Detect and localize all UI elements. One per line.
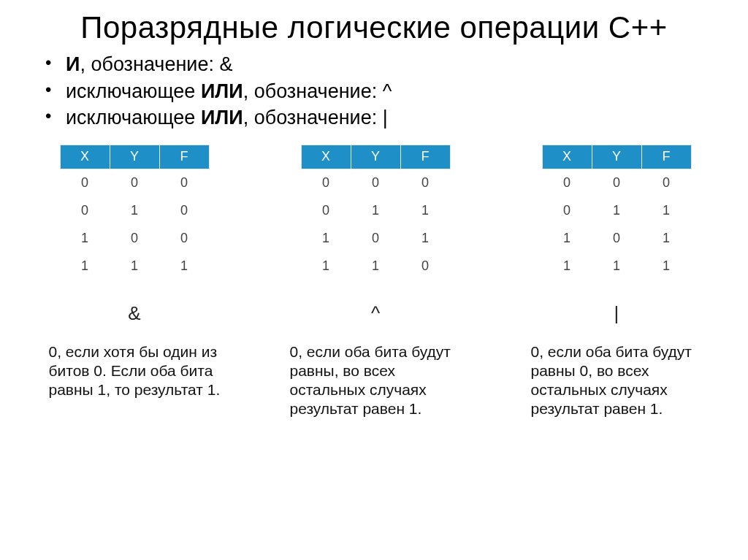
- th: F: [641, 145, 691, 169]
- slide: Поразрядные логические операции С++ И, о…: [0, 0, 748, 560]
- bullet-strong: И: [66, 53, 80, 75]
- table-row: 111: [542, 253, 691, 280]
- table-row: 101: [301, 225, 450, 253]
- col-and: X Y F 000 010 100 111 & 0, если хотя бы …: [32, 145, 237, 419]
- slide-title: Поразрядные логические операции С++: [0, 0, 748, 45]
- th: F: [159, 145, 209, 169]
- desc-or: 0, если оба бита будут равны 0, во всех …: [531, 342, 703, 419]
- th: Y: [110, 145, 159, 169]
- bullet-rest: , обозначение: &: [80, 53, 232, 75]
- tables-row: X Y F 000 010 100 111 & 0, если хотя бы …: [0, 145, 748, 419]
- desc-xor: 0, если оба бита будут равны, во всех ос…: [290, 342, 462, 419]
- operator-label-xor: ^: [371, 302, 380, 325]
- bullet-list: И, обозначение: & исключающее ИЛИ, обозн…: [41, 51, 748, 131]
- bullet-strong: ИЛИ: [201, 107, 243, 129]
- bullet-item: И, обозначение: &: [41, 51, 748, 77]
- operator-label-and: &: [128, 302, 140, 325]
- bullet-item: исключающее ИЛИ, обозначение: |: [41, 104, 748, 131]
- table-row: 000: [60, 169, 209, 197]
- table-header-row: X Y F: [60, 145, 209, 169]
- table-row: 000: [301, 169, 450, 197]
- table-row: 110: [301, 253, 450, 280]
- table-row: 011: [301, 197, 450, 225]
- table-row: 111: [60, 253, 209, 280]
- table-row: 010: [60, 197, 209, 225]
- table-row: 011: [542, 197, 691, 225]
- th: X: [60, 145, 110, 169]
- th: X: [542, 145, 592, 169]
- th: Y: [351, 145, 400, 169]
- operator-label-or: |: [614, 302, 619, 325]
- bullet-rest: , обозначение: |: [243, 107, 388, 129]
- table-header-row: X Y F: [301, 145, 450, 169]
- col-or: X Y F 000 011 101 111 | 0, если оба бита…: [514, 145, 719, 419]
- table-row: 101: [542, 225, 691, 253]
- th: X: [301, 145, 351, 169]
- th: F: [400, 145, 450, 169]
- table-row: 000: [542, 169, 691, 197]
- truth-table-xor: X Y F 000 011 101 110: [301, 145, 451, 280]
- truth-table-or: X Y F 000 011 101 111: [542, 145, 692, 280]
- bullet-rest: , обозначение: ^: [243, 80, 392, 102]
- bullet-prefix: исключающее: [66, 107, 201, 129]
- table-row: 100: [60, 225, 209, 253]
- th: Y: [592, 145, 641, 169]
- bullet-prefix: исключающее: [66, 80, 201, 102]
- bullet-strong: ИЛИ: [201, 80, 243, 102]
- desc-and: 0, если хотя бы один из битов 0. Если об…: [49, 342, 221, 400]
- table-header-row: X Y F: [542, 145, 691, 169]
- col-xor: X Y F 000 011 101 110 ^ 0, если оба бита…: [273, 145, 478, 419]
- bullet-item: исключающее ИЛИ, обозначение: ^: [41, 78, 748, 104]
- truth-table-and: X Y F 000 010 100 111: [60, 145, 210, 280]
